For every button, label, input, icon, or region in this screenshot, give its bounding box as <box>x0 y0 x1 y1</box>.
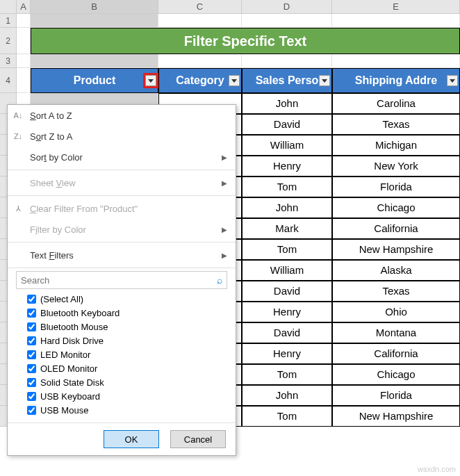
filter-checkbox[interactable] <box>27 378 36 387</box>
cell-shipping-address[interactable]: Carolina <box>332 93 460 114</box>
header-shipping-address[interactable]: Shipping Addre <box>332 68 460 93</box>
filter-value-label: Solid State Disk <box>40 377 104 388</box>
cell[interactable] <box>158 54 242 68</box>
cell-sales-person[interactable]: David <box>242 114 332 135</box>
filter-search-box[interactable]: ⌕ <box>16 271 227 289</box>
cell-shipping-address[interactable]: Texas <box>332 281 460 302</box>
cell-sales-person[interactable]: Tom <box>242 177 332 197</box>
cell-shipping-address[interactable]: Michigan <box>332 135 460 156</box>
cell-sales-person[interactable]: Henry <box>242 343 332 364</box>
cell-sales-person[interactable]: Tom <box>242 239 332 260</box>
separator <box>8 195 236 196</box>
sort-by-color[interactable]: Sort by Color ▶ <box>8 147 236 167</box>
filter-button-sales[interactable] <box>319 75 330 86</box>
cell-sales-person[interactable]: Tom <box>242 364 332 385</box>
cell-shipping-address[interactable]: Florida <box>332 177 460 197</box>
cell-shipping-address[interactable]: Montana <box>332 322 460 343</box>
cell[interactable] <box>158 14 242 28</box>
filter-checkbox[interactable] <box>27 322 36 331</box>
cell-sales-person[interactable]: Tom <box>242 406 332 427</box>
cell-shipping-address[interactable]: New York <box>332 156 460 177</box>
filter-value-label: Hard Disk Drive <box>40 336 104 346</box>
filter-value-item[interactable]: USB Keyboard <box>27 389 227 403</box>
filter-button-shipping[interactable] <box>447 75 458 86</box>
cell-sales-person[interactable]: Henry <box>242 156 332 177</box>
cell[interactable] <box>17 28 31 54</box>
filter-value-item[interactable]: USB Mouse <box>27 403 227 417</box>
cell-sales-person[interactable]: Henry <box>242 302 332 322</box>
row-header-3[interactable]: 3 <box>0 54 17 68</box>
header-product[interactable]: Product <box>31 68 158 93</box>
cell[interactable] <box>332 14 460 28</box>
cell-sales-person[interactable]: William <box>242 260 332 281</box>
text-filters[interactable]: Text Filters ▶ <box>8 245 236 265</box>
cell[interactable] <box>332 54 460 68</box>
filter-checkbox[interactable] <box>27 350 36 359</box>
cell-shipping-address[interactable]: Chicago <box>332 197 460 218</box>
filter-checkbox[interactable] <box>27 392 36 401</box>
search-input[interactable] <box>21 275 217 286</box>
col-header-D[interactable]: D <box>242 0 332 13</box>
cell[interactable] <box>17 68 31 93</box>
cell-shipping-address[interactable]: California <box>332 218 460 239</box>
col-header-E[interactable]: E <box>332 0 460 13</box>
cell-sales-person[interactable]: John <box>242 93 332 114</box>
filter-checkbox[interactable] <box>27 336 36 345</box>
header-label: Shipping Addre <box>355 74 438 86</box>
filter-value-item[interactable]: LED Monitor <box>27 347 227 361</box>
cell-shipping-address[interactable]: Florida <box>332 385 460 406</box>
col-header-A[interactable]: A <box>17 0 31 13</box>
select-all-corner[interactable] <box>0 0 17 13</box>
filter-value-item[interactable]: Solid State Disk <box>27 375 227 389</box>
search-icon: ⌕ <box>217 274 222 286</box>
col-header-B[interactable]: B <box>31 0 158 13</box>
filter-values-list: (Select All)Bluetooth KeyboardBluetooth … <box>27 292 227 417</box>
header-label: Category <box>176 74 224 86</box>
filter-checkbox[interactable] <box>27 295 36 304</box>
cell[interactable] <box>242 14 332 28</box>
header-category[interactable]: Category <box>158 68 242 93</box>
filter-value-item[interactable]: Hard Disk Drive <box>27 334 227 347</box>
cell-sales-person[interactable]: Mark <box>242 218 332 239</box>
cell[interactable] <box>242 54 332 68</box>
filter-checkbox[interactable] <box>27 364 36 373</box>
cell[interactable] <box>31 54 158 68</box>
cell-shipping-address[interactable]: New Hampshire <box>332 239 460 260</box>
title-cell[interactable]: Filter Specific Text <box>31 28 460 54</box>
filter-value-item[interactable]: Bluetooth Mouse <box>27 320 227 334</box>
dialog-buttons: OK Cancel <box>8 422 236 455</box>
filter-checkbox[interactable] <box>27 406 36 415</box>
cell-sales-person[interactable]: David <box>242 281 332 302</box>
cell-sales-person[interactable]: David <box>242 322 332 343</box>
cell-sales-person[interactable]: John <box>242 385 332 406</box>
filter-button-product[interactable] <box>145 75 156 86</box>
header-sales-person[interactable]: Sales Perso <box>242 68 332 93</box>
sort-a-z[interactable]: A↓ Sort A to Z <box>8 105 236 126</box>
cell-shipping-address[interactable]: Alaska <box>332 260 460 281</box>
col-header-C[interactable]: C <box>158 0 242 13</box>
cell-sales-person[interactable]: William <box>242 135 332 156</box>
row-header-1[interactable]: 1 <box>0 14 17 28</box>
filter-button-category[interactable] <box>229 75 240 86</box>
cell-shipping-address[interactable]: Texas <box>332 114 460 135</box>
cancel-button[interactable]: Cancel <box>170 430 226 448</box>
row-header-4[interactable]: 4 <box>0 68 17 93</box>
cell-sales-person[interactable]: John <box>242 197 332 218</box>
sort-z-a[interactable]: Z↓ Sort Z to A <box>8 126 236 147</box>
sort-asc-icon: A↓ <box>12 111 24 120</box>
filter-value-item[interactable]: OLED Monitor <box>27 361 227 375</box>
cell-shipping-address[interactable]: Ohio <box>332 302 460 322</box>
cell[interactable] <box>31 14 158 28</box>
row-header-2[interactable]: 2 <box>0 28 17 54</box>
filter-value-label: Bluetooth Mouse <box>40 322 108 332</box>
chevron-right-icon: ▶ <box>222 226 227 233</box>
filter-value-item[interactable]: (Select All) <box>27 292 227 306</box>
cell[interactable] <box>17 54 31 68</box>
filter-checkbox[interactable] <box>27 309 36 318</box>
cell-shipping-address[interactable]: California <box>332 343 460 364</box>
filter-value-item[interactable]: Bluetooth Keyboard <box>27 306 227 320</box>
ok-button[interactable]: OK <box>104 430 159 448</box>
cell-shipping-address[interactable]: New Hampshire <box>332 406 460 427</box>
cell-shipping-address[interactable]: Chicago <box>332 364 460 385</box>
cell[interactable] <box>17 14 31 28</box>
